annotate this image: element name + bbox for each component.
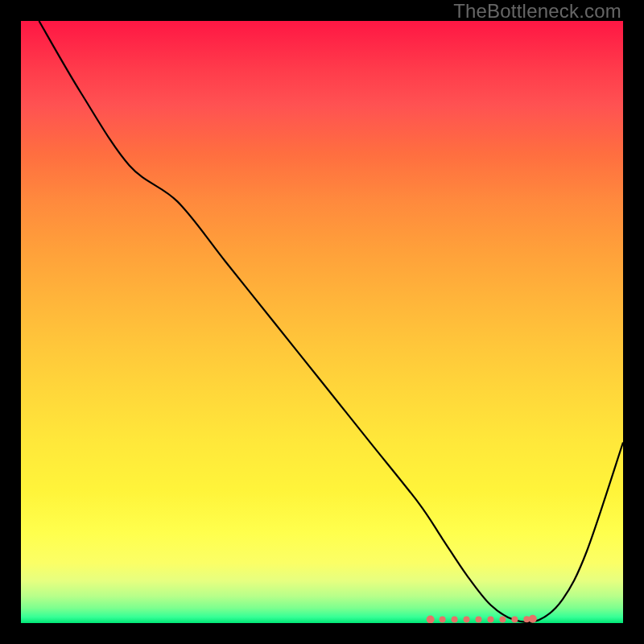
highlight-marker [427, 616, 435, 623]
highlight-marker [440, 617, 446, 623]
highlight-marker [511, 617, 518, 623]
highlight-marker [464, 617, 470, 623]
bottleneck-curve [21, 21, 623, 623]
highlight-marker [487, 617, 493, 623]
highlight-marker [529, 615, 537, 623]
highlight-marker [499, 617, 506, 623]
watermark-text: TheBottleneck.com [453, 0, 621, 23]
plot-area [21, 21, 623, 623]
highlight-marker [523, 616, 530, 622]
chart-frame: TheBottleneck.com [0, 0, 644, 644]
highlight-marker [475, 617, 481, 623]
highlight-marker [452, 617, 458, 623]
